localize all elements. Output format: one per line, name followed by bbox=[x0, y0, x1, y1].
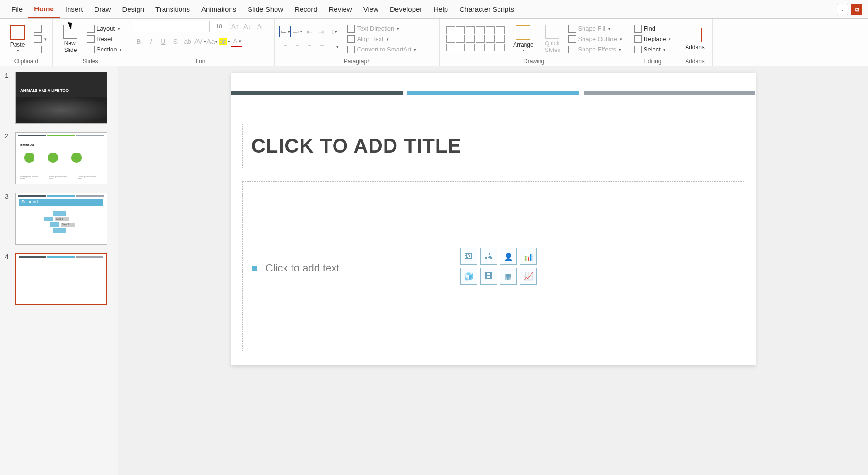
slide-editor[interactable]: CLICK TO ADD TITLE Click to add text 🖼 🏞… bbox=[231, 73, 756, 365]
section-button[interactable]: Section▾ bbox=[86, 45, 123, 54]
shape-outline-button[interactable]: Shape Outline▾ bbox=[567, 35, 623, 43]
increase-font-button[interactable]: A↑ bbox=[229, 21, 241, 32]
char-spacing-button[interactable]: AV▾ bbox=[194, 36, 206, 47]
decrease-indent-button[interactable]: ⇤ bbox=[304, 26, 315, 37]
menu-bar: File Home Insert Draw Design Transitions… bbox=[0, 0, 868, 19]
slide-thumbnail-1[interactable]: ANIMALS HAS A LIFE TOO bbox=[15, 72, 107, 124]
layout-button[interactable]: Layout▾ bbox=[86, 25, 123, 33]
paste-button[interactable]: Paste ▾ bbox=[5, 21, 30, 57]
thumb-number: 2 bbox=[5, 132, 11, 184]
tab-file[interactable]: File bbox=[6, 1, 28, 17]
addins-button[interactable]: Add-ins bbox=[682, 21, 707, 57]
bullet-icon bbox=[252, 266, 257, 271]
group-clipboard: Paste ▾ ▾ Clipboard bbox=[0, 19, 53, 66]
shape-effects-icon bbox=[568, 46, 576, 53]
insert-3dmodel-icon[interactable]: 🧊 bbox=[460, 268, 477, 285]
tab-design[interactable]: Design bbox=[116, 1, 150, 17]
quick-styles-button[interactable]: Quick Styles bbox=[540, 21, 565, 57]
tab-home[interactable]: Home bbox=[28, 1, 60, 18]
replace-button[interactable]: Replace▾ bbox=[633, 35, 672, 43]
tab-view[interactable]: View bbox=[358, 1, 384, 17]
group-drawing: Arrange▾ Quick Styles Shape Fill▾ Shape … bbox=[440, 19, 628, 66]
arrange-button[interactable]: Arrange▾ bbox=[509, 21, 537, 57]
content-insert-icons: 🖼 🏞 👤 📊 🧊 🎞 ▦ 📈 bbox=[460, 248, 537, 285]
select-button[interactable]: Select▾ bbox=[633, 45, 672, 54]
align-left-button[interactable]: ≡ bbox=[279, 41, 291, 52]
text-direction-button[interactable]: Text Direction▾ bbox=[346, 25, 417, 33]
chevron-down-icon: ▾ bbox=[17, 48, 19, 53]
format-painter-button[interactable] bbox=[33, 45, 48, 54]
font-color-button[interactable]: A▾ bbox=[231, 36, 242, 47]
insert-icon-icon[interactable]: 👤 bbox=[500, 248, 517, 265]
collapse-ribbon-button[interactable]: ⌄ bbox=[837, 4, 848, 15]
underline-button[interactable]: U bbox=[157, 36, 169, 47]
tab-review[interactable]: Review bbox=[323, 1, 358, 17]
insert-smartart-icon[interactable]: 📊 bbox=[520, 248, 537, 265]
find-icon bbox=[634, 25, 642, 33]
font-size-combo[interactable]: 18 bbox=[209, 21, 228, 32]
tab-developer[interactable]: Developer bbox=[384, 1, 428, 17]
font-family-combo[interactable] bbox=[133, 21, 208, 32]
group-label-editing: Editing bbox=[633, 57, 672, 65]
slide-thumbnail-2[interactable]: BREEDS Lorem ipsum dolor sit amet...Lore… bbox=[15, 132, 107, 184]
copy-button[interactable]: ▾ bbox=[33, 35, 48, 43]
decrease-font-button[interactable]: A↓ bbox=[241, 21, 253, 32]
shapes-gallery[interactable] bbox=[445, 25, 506, 53]
tab-draw[interactable]: Draw bbox=[88, 1, 116, 17]
insert-video-icon[interactable]: 🎞 bbox=[480, 268, 497, 285]
cut-button[interactable] bbox=[33, 25, 48, 33]
shadow-button[interactable]: ab bbox=[182, 36, 193, 47]
reset-button[interactable]: Reset bbox=[86, 35, 123, 43]
tab-transitions[interactable]: Transitions bbox=[150, 1, 196, 17]
line-spacing-button[interactable]: ↕▾ bbox=[328, 26, 340, 37]
tab-insert[interactable]: Insert bbox=[60, 1, 89, 17]
shape-effects-button[interactable]: Shape Effects▾ bbox=[567, 45, 623, 54]
quick-styles-icon bbox=[545, 25, 559, 39]
shape-fill-button[interactable]: Shape Fill▾ bbox=[567, 25, 623, 33]
clear-formatting-button[interactable]: A̶ bbox=[254, 21, 265, 32]
tab-slideshow[interactable]: Slide Show bbox=[242, 1, 289, 17]
group-label-paragraph: Paragraph bbox=[279, 57, 435, 65]
numbering-button[interactable]: ≕▾ bbox=[292, 26, 303, 37]
slide-thumbnail-3[interactable]: SmartArt Step 1 Step 2 bbox=[15, 193, 107, 245]
content-placeholder[interactable]: Click to add text 🖼 🏞 👤 📊 🧊 🎞 ▦ 📈 bbox=[242, 181, 744, 351]
change-case-button[interactable]: Aa▾ bbox=[206, 36, 218, 47]
accent-bars bbox=[231, 91, 756, 95]
strikethrough-button[interactable]: S bbox=[170, 36, 181, 47]
thumb-number: 4 bbox=[5, 253, 11, 305]
justify-button[interactable]: ≡ bbox=[316, 41, 327, 52]
insert-stock-image-icon[interactable]: 🖼 bbox=[460, 248, 477, 265]
thumb-number: 3 bbox=[5, 193, 11, 245]
tab-help[interactable]: Help bbox=[428, 1, 454, 17]
addins-icon bbox=[688, 28, 702, 42]
slide-thumbnail-4[interactable] bbox=[15, 253, 107, 305]
increase-indent-button[interactable]: ⇥ bbox=[316, 26, 327, 37]
convert-smartart-button[interactable]: Convert to SmartArt▾ bbox=[346, 45, 417, 54]
slide-canvas-area[interactable]: CLICK TO ADD TITLE Click to add text 🖼 🏞… bbox=[118, 66, 868, 475]
tab-character-scripts[interactable]: Character Scripts bbox=[454, 1, 520, 17]
title-placeholder[interactable]: CLICK TO ADD TITLE bbox=[242, 124, 744, 168]
align-right-button[interactable]: ≡ bbox=[304, 41, 315, 52]
bold-button[interactable]: B bbox=[133, 36, 144, 47]
find-button[interactable]: Find bbox=[633, 25, 672, 33]
thumb-number: 1 bbox=[5, 72, 11, 124]
bullets-button[interactable]: ≔▾ bbox=[279, 26, 291, 37]
arrange-icon bbox=[516, 25, 530, 40]
insert-table-icon[interactable]: ▦ bbox=[500, 268, 517, 285]
italic-button[interactable]: I bbox=[145, 36, 156, 47]
slide-thumbnails-pane[interactable]: 1 ANIMALS HAS A LIFE TOO 2 BREEDS Lorem … bbox=[0, 66, 118, 475]
ribbon: Paste ▾ ▾ Clipboard New Slide Layout▾ Re… bbox=[0, 19, 868, 66]
insert-picture-icon[interactable]: 🏞 bbox=[480, 248, 497, 265]
columns-button[interactable]: ▥▾ bbox=[328, 41, 340, 52]
group-label-drawing: Drawing bbox=[445, 57, 623, 65]
thumb1-title: ANIMALS HAS A LIFE TOO bbox=[20, 88, 69, 93]
share-button[interactable]: ⧉ bbox=[851, 4, 862, 15]
insert-chart-icon[interactable]: 📈 bbox=[520, 268, 537, 285]
align-text-button[interactable]: Align Text▾ bbox=[346, 35, 417, 43]
new-slide-button[interactable]: New Slide bbox=[58, 21, 83, 57]
tab-animations[interactable]: Animations bbox=[196, 1, 242, 17]
align-center-button[interactable]: ≡ bbox=[292, 41, 303, 52]
highlight-button[interactable]: ab▾ bbox=[219, 36, 230, 47]
paste-icon bbox=[10, 25, 25, 40]
tab-record[interactable]: Record bbox=[289, 1, 323, 17]
